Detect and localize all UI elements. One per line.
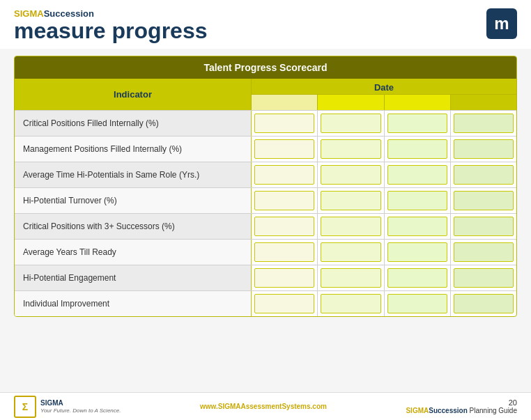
data-cell-inner[interactable]	[387, 242, 447, 262]
data-cells	[252, 240, 516, 265]
scorecard-title: Talent Progress Scorecard	[15, 56, 516, 79]
footer-logo-info: SIGMA Your Future. Down to A Science.	[40, 399, 121, 414]
data-cell-inner[interactable]	[321, 242, 380, 262]
brand-sigma: SIGMA	[14, 8, 44, 19]
data-cell-inner[interactable]	[454, 294, 514, 313]
data-cell-inner[interactable]	[321, 268, 380, 288]
table-row: Hi-Potential Engagement	[15, 265, 516, 290]
page: SIGMASuccession measure progress m Talen…	[0, 0, 531, 420]
footer: Σ SIGMA Your Future. Down to A Science. …	[0, 392, 531, 420]
footer-sigma-icon: Σ	[22, 401, 28, 412]
data-cell-inner[interactable]	[321, 139, 380, 159]
footer-logo: Σ SIGMA Your Future. Down to A Science.	[14, 396, 121, 418]
date-col-2	[318, 95, 384, 110]
data-cells	[252, 291, 516, 316]
data-cell-inner[interactable]	[454, 217, 514, 236]
data-cell	[451, 188, 516, 213]
data-cell	[252, 188, 318, 213]
data-cell-inner[interactable]	[387, 191, 447, 210]
data-cell	[318, 188, 384, 213]
indicator-cell: Critical Positions with 3+ Successors (%…	[15, 214, 252, 239]
table-row: Hi-Potential Turnover (%)	[15, 187, 516, 213]
footer-right: 20 SIGMASuccession Planning Guide	[406, 398, 517, 414]
data-cell-inner[interactable]	[387, 268, 447, 288]
footer-website: www.SIGMAAssessmentSystems.com	[200, 403, 327, 410]
data-cell	[385, 291, 451, 316]
data-cell-inner[interactable]	[454, 268, 514, 288]
brand-succession: Succession	[44, 8, 94, 19]
table-row: Average Years Till Ready	[15, 239, 516, 265]
data-cell	[318, 214, 384, 239]
brand: SIGMASuccession	[14, 8, 517, 19]
footer-guide-text: Planning Guide	[470, 407, 517, 414]
data-cell-inner[interactable]	[387, 114, 447, 133]
data-cell	[318, 291, 384, 316]
data-cell-inner[interactable]	[254, 217, 314, 236]
data-cell	[385, 137, 451, 162]
main-content: Talent Progress Scorecard Indicator Date…	[0, 49, 531, 392]
page-title: measure progress	[14, 19, 517, 43]
data-cell-inner[interactable]	[387, 139, 447, 159]
data-cell	[451, 137, 516, 162]
data-cell	[252, 111, 318, 136]
data-cell	[252, 240, 318, 265]
data-cell	[252, 214, 318, 239]
data-cell-inner[interactable]	[454, 139, 514, 159]
data-cell	[252, 291, 318, 316]
data-cell	[451, 162, 516, 187]
scorecard: Talent Progress Scorecard Indicator Date…	[14, 56, 517, 317]
indicator-cell: Hi-Potential Turnover (%)	[15, 188, 252, 213]
data-cell	[385, 265, 451, 290]
data-cell-inner[interactable]	[454, 165, 514, 185]
indicator-cell: Critical Positions Filled Internally (%)	[15, 111, 252, 136]
logo-m: m	[486, 8, 517, 39]
data-cells	[252, 214, 516, 239]
data-cell-inner[interactable]	[454, 114, 514, 133]
data-cell-inner[interactable]	[254, 294, 314, 313]
data-cell-inner[interactable]	[254, 165, 314, 185]
table-row: Average Time Hi-Potentials in Same Role …	[15, 162, 516, 187]
data-cells	[252, 137, 516, 162]
data-cell-inner[interactable]	[321, 294, 380, 313]
date-col-3	[385, 95, 451, 110]
date-col-4	[451, 95, 516, 110]
data-cell-inner[interactable]	[254, 114, 314, 133]
data-cells	[252, 265, 516, 290]
data-cell	[451, 291, 516, 316]
data-cell-inner[interactable]	[454, 242, 514, 262]
data-cell-inner[interactable]	[254, 191, 314, 210]
data-cells	[252, 188, 516, 213]
footer-logo-name: SIGMA	[40, 399, 121, 407]
header-row: Indicator Date	[15, 79, 516, 110]
footer-tagline: Your Future. Down to A Science.	[40, 407, 121, 414]
data-cell-inner[interactable]	[454, 191, 514, 210]
data-cell	[318, 240, 384, 265]
website-prefix: www.	[200, 403, 218, 410]
date-header-area: Date	[252, 79, 516, 110]
footer-guide-sigma: SIGMA	[406, 407, 429, 414]
indicator-cell: Average Years Till Ready	[15, 240, 252, 265]
data-cell-inner[interactable]	[321, 165, 380, 185]
table-row: Individual Improvement	[15, 290, 516, 316]
header: SIGMASuccession measure progress m	[0, 0, 531, 49]
data-cell-inner[interactable]	[321, 217, 380, 236]
data-cell-inner[interactable]	[254, 268, 314, 288]
indicator-header: Indicator	[15, 79, 252, 110]
data-cell-inner[interactable]	[387, 165, 447, 185]
data-cell-inner[interactable]	[254, 242, 314, 262]
page-number: 20	[406, 398, 517, 407]
date-col-1	[252, 95, 318, 110]
data-cell-inner[interactable]	[254, 139, 314, 159]
indicator-cell: Average Time Hi-Potentials in Same Role …	[15, 162, 252, 187]
date-label: Date	[252, 79, 516, 95]
footer-logo-box: Σ	[14, 396, 36, 418]
data-cell-inner[interactable]	[321, 114, 380, 133]
table-row: Critical Positions with 3+ Successors (%…	[15, 213, 516, 239]
indicator-cell: Management Positions Filled Internally (…	[15, 137, 252, 162]
data-cell-inner[interactable]	[321, 191, 380, 210]
data-cell	[252, 137, 318, 162]
indicator-cell: Hi-Potential Engagement	[15, 265, 252, 290]
data-cell	[318, 137, 384, 162]
data-cell-inner[interactable]	[387, 217, 447, 236]
data-cell-inner[interactable]	[387, 294, 447, 313]
